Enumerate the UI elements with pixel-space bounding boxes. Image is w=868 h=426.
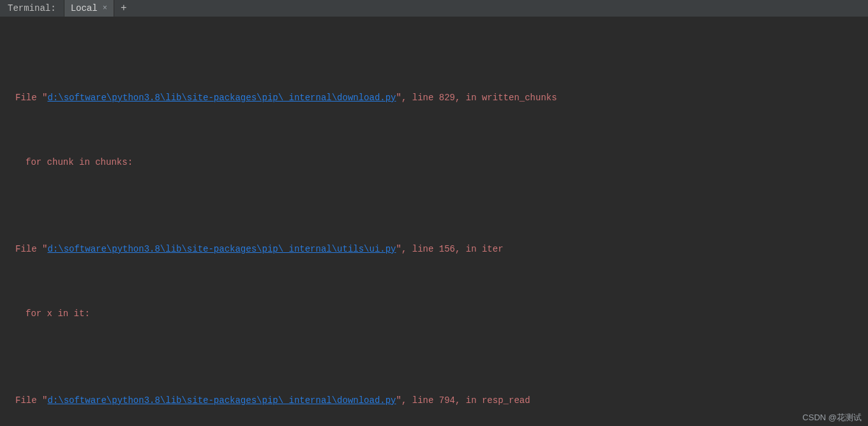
file-path-link[interactable]: d:\software\python3.8\lib\site-packages\… [47, 244, 396, 254]
file-path-link[interactable]: d:\software\python3.8\lib\site-packages\… [47, 93, 396, 103]
add-tab-button[interactable]: + [114, 0, 133, 17]
close-icon[interactable]: × [103, 4, 107, 13]
file-keyword: File [15, 93, 37, 103]
terminal-output[interactable]: File "d:\software\python3.8\lib\site-pac… [0, 17, 868, 426]
terminal-tab-label: Local [71, 3, 98, 13]
terminal-panel-label: Terminal: [0, 0, 64, 17]
csdn-watermark: CSDN @花测试 [802, 412, 862, 423]
function-name: written_chunks [482, 93, 557, 103]
line-number: 829 [439, 93, 455, 103]
trace-code: for x in it: [4, 303, 864, 325]
trace-frame: File "d:\software\python3.8\lib\site-pac… [4, 390, 864, 412]
trace-frame: File "d:\software\python3.8\lib\site-pac… [4, 239, 864, 261]
terminal-tab-bar: Terminal: Local × + [0, 0, 868, 17]
terminal-tab-local[interactable]: Local × [64, 0, 114, 17]
trace-frame: File "d:\software\python3.8\lib\site-pac… [4, 87, 864, 109]
file-path-link[interactable]: d:\software\python3.8\lib\site-packages\… [47, 395, 396, 406]
trace-code: for chunk in chunks: [4, 152, 864, 174]
